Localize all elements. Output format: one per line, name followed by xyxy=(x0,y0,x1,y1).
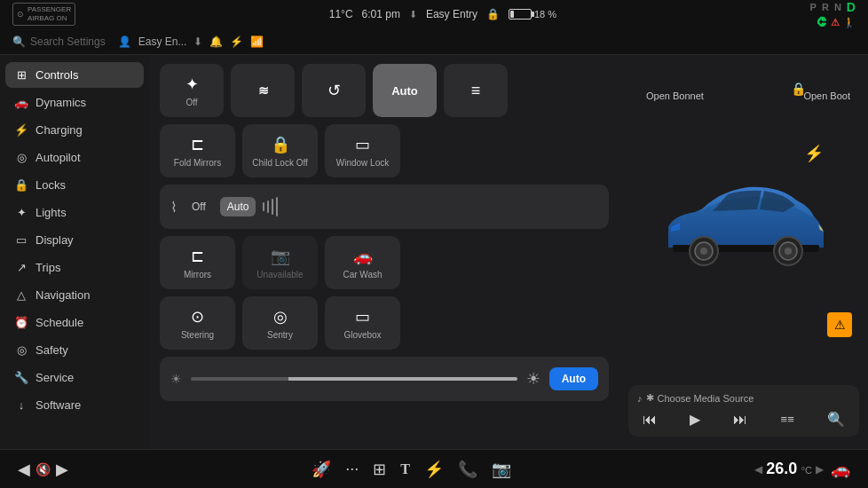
download-icon: ⬇ xyxy=(193,35,202,48)
search-placeholder: Search Settings xyxy=(30,35,106,48)
warning-person-icon: 🚶 xyxy=(843,17,856,28)
charging-icon: ⚡ xyxy=(14,123,28,137)
temp-up-icon[interactable]: ▶ xyxy=(816,463,824,476)
battery-percent: 18 % xyxy=(534,9,556,20)
tesla-t-icon[interactable]: T xyxy=(400,461,410,477)
temperature-display: 11°C xyxy=(329,8,353,20)
sidebar-item-schedule[interactable]: ⏰ Schedule xyxy=(5,310,144,335)
airbag-indicator: ⊙ PASSENGERAIRBAG ON xyxy=(12,3,75,25)
wiper-auto-button[interactable]: Auto xyxy=(220,197,256,216)
sidebar-item-service[interactable]: 🔧 Service xyxy=(5,365,144,390)
trips-icon: ↗ xyxy=(14,261,28,274)
sidebar-label-software: Software xyxy=(36,398,81,412)
mute-icon[interactable]: 🔇 xyxy=(36,462,51,476)
forward-arrow-icon[interactable]: ▶ xyxy=(56,460,68,479)
sidebar-item-locks[interactable]: 🔒 Locks xyxy=(5,172,144,198)
mirrors-button[interactable]: ⊏ Mirrors xyxy=(160,236,235,289)
brightness-auto-button[interactable]: Auto xyxy=(549,367,598,390)
media-search-button[interactable]: 🔍 xyxy=(822,409,850,429)
wiper-speed-1 xyxy=(263,202,264,211)
auto-button[interactable]: Auto xyxy=(373,64,437,117)
recirculate-button[interactable]: ↺ xyxy=(302,64,366,117)
navigation-icon: △ xyxy=(14,288,28,302)
wiper-icon: ⌇ xyxy=(170,199,178,216)
open-bonnet-label: Open Bonnet xyxy=(646,91,704,101)
more-icon[interactable]: ··· xyxy=(345,460,359,478)
sidebar-item-safety[interactable]: ◎ Safety xyxy=(5,337,144,363)
temperature-control[interactable]: ◀ 26.0 °C ▶ xyxy=(754,460,824,478)
sidebar-label-display: Display xyxy=(36,233,74,247)
sidebar-item-controls[interactable]: ⊞ Controls xyxy=(5,62,144,88)
time-display: 6:01 pm xyxy=(362,8,400,20)
gear-n: N xyxy=(834,2,841,12)
safety-icon: ◎ xyxy=(14,343,28,357)
prev-track-button[interactable]: ⏮ xyxy=(637,410,662,429)
gear-selector: P R N D ⮈ ⚠ 🚶 xyxy=(810,0,856,29)
defrost-button[interactable]: ≡ xyxy=(444,64,508,117)
hazard-icon: ⚠ xyxy=(831,17,840,28)
sidebar-item-navigation[interactable]: △ Navigation xyxy=(5,282,144,308)
sidebar-label-service: Service xyxy=(36,371,74,384)
sidebar-item-software[interactable]: ↓ Software xyxy=(5,392,144,418)
sidebar: ⊞ Controls 🚗 Dynamics ⚡ Charging ◎ Autop… xyxy=(0,55,149,449)
car-lock-icon: 🔒 xyxy=(791,82,806,96)
bell-icon: 🔔 xyxy=(209,35,223,48)
temp-unit: °C xyxy=(801,465,812,476)
back-arrow-icon[interactable]: ◀ xyxy=(18,460,30,479)
app-grid-icon[interactable]: ⊞ xyxy=(373,460,386,479)
play-button[interactable]: ▶ xyxy=(684,409,706,429)
sentry-button[interactable]: ◎ Sentry xyxy=(242,296,318,350)
sidebar-label-safety: Safety xyxy=(36,343,68,357)
fold-mirrors-button[interactable]: ⊏ Fold Mirrors xyxy=(160,124,235,177)
next-track-button[interactable]: ⏭ xyxy=(728,410,753,429)
temp-down-icon[interactable]: ◀ xyxy=(754,463,762,476)
child-lock-button[interactable]: 🔒 Child Lock Off xyxy=(242,124,318,177)
fan-off-icon: ✦ xyxy=(185,75,199,94)
search-bar[interactable]: 🔍 Search Settings xyxy=(12,35,106,48)
gear-p: P xyxy=(810,2,817,12)
glovebox-button[interactable]: ▭ Glovebox xyxy=(325,296,400,350)
sidebar-item-trips[interactable]: ↗ Trips xyxy=(5,255,144,280)
brightness-high-icon: ☀ xyxy=(526,369,541,389)
taskbar: ◀ 🔇 ▶ 🚀 ··· ⊞ T ⚡ 📞 📷 ◀ 26.0 °C ▶ 🚗 xyxy=(0,449,868,488)
media-source-label[interactable]: Choose Media Source xyxy=(658,393,754,404)
car-status-icon[interactable]: 🚗 xyxy=(831,460,850,479)
climate-row: ✦ Off ≋ ↺ Auto ≡ xyxy=(160,64,609,117)
schedule-icon: ⏰ xyxy=(14,316,28,329)
music-icon: ♪ xyxy=(637,393,643,404)
window-lock-button[interactable]: ▭ Window Lock xyxy=(325,124,400,177)
bio-button[interactable]: ≋ xyxy=(231,64,295,117)
brightness-slider[interactable] xyxy=(191,377,517,381)
car-wash-button[interactable]: 🚗 Car Wash xyxy=(325,236,400,289)
status-center: 11°C 6:01 pm ⬇ Easy Entry 🔒 18 % xyxy=(329,8,556,20)
warning-icon: ⚠ xyxy=(827,312,852,337)
bio-icon: ≋ xyxy=(258,83,267,98)
sidebar-item-display[interactable]: ▭ Display xyxy=(5,227,144,253)
sidebar-item-lights[interactable]: ✦ Lights xyxy=(5,200,144,225)
wiper-off-button[interactable]: Off xyxy=(185,197,213,216)
wiper-row: ⌇ Off Auto xyxy=(160,185,609,229)
car-panel: Open Bonnet Open Boot 🔒 xyxy=(619,55,868,449)
mirrors-icon: ⊏ xyxy=(191,247,204,266)
taskbar-left: ◀ 🔇 ▶ xyxy=(18,460,68,479)
sidebar-item-dynamics[interactable]: 🚗 Dynamics xyxy=(5,90,144,115)
unavailable-button[interactable]: 📷 Unavailable xyxy=(242,236,318,289)
battery-indicator: 18 % xyxy=(509,9,556,20)
signal-icon: 📶 xyxy=(250,35,264,48)
equalizer-button[interactable]: ≡≡ xyxy=(776,411,800,428)
phone-icon[interactable]: 📞 xyxy=(458,460,477,479)
steering-button[interactable]: ⊙ Steering xyxy=(160,296,235,350)
status-left: ⊙ PASSENGERAIRBAG ON xyxy=(12,3,75,25)
recirculate-icon: ↺ xyxy=(327,81,341,100)
sidebar-item-charging[interactable]: ⚡ Charging xyxy=(5,117,144,143)
wiper-speed-indicators xyxy=(263,197,278,216)
steering-icon: ⊙ xyxy=(191,307,204,327)
camera-icon[interactable]: 📷 xyxy=(492,460,511,479)
child-lock-icon: 🔒 xyxy=(271,135,290,154)
fan-off-button[interactable]: ✦ Off xyxy=(160,64,224,117)
wiper-speed-2 xyxy=(267,201,269,213)
sidebar-item-autopilot[interactable]: ◎ Autopilot xyxy=(5,145,144,170)
bluetooth-task-icon[interactable]: ⚡ xyxy=(424,460,444,479)
sidebar-label-schedule: Schedule xyxy=(36,316,83,329)
rocket-icon[interactable]: 🚀 xyxy=(312,460,331,479)
